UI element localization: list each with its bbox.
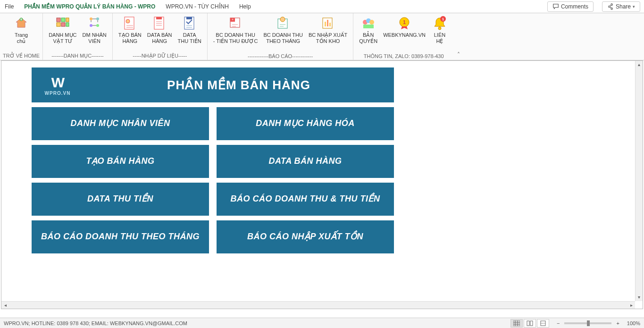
medal-icon: 1 xyxy=(396,15,412,31)
zoom-in-button[interactable]: + xyxy=(614,320,621,326)
ribbon-web-label: WEBKYNANG.VN xyxy=(383,32,426,38)
share-label: Share xyxy=(616,3,631,10)
tiles-grid: DANH MỤC NHÂN VIÊN DANH MỤC HÀNG HÓA TẠO… xyxy=(32,107,394,253)
ribbon-collapse-button[interactable]: ˄ xyxy=(454,13,463,60)
status-text: WPRO.VN; HOTLINE: 0389 978 430; EMAIL: W… xyxy=(4,320,187,326)
tile-bc-doanhthu-thang[interactable]: BÁO CÁO DOANH THU THEO THÁNG xyxy=(32,220,209,253)
ribbon-home-label: Trangchủ xyxy=(15,32,28,44)
tile-data-banhang[interactable]: DATA BÁN HÀNG xyxy=(217,145,394,178)
ribbon-nhanvien-button[interactable]: DM NHÂNVIÊN xyxy=(79,14,109,52)
scroll-left-icon[interactable]: ◂ xyxy=(1,303,9,308)
vertical-scrollbar[interactable]: ▴ ▾ xyxy=(635,61,643,301)
datathu-icon xyxy=(182,15,198,31)
ribbon-group-home: $ Trangchủ TRỞ VỀ HOME xyxy=(0,13,43,60)
scroll-down-icon[interactable]: ▾ xyxy=(636,294,643,301)
svg-point-29 xyxy=(369,20,374,25)
ribbon-home-button[interactable]: $ Trangchủ xyxy=(10,14,33,52)
tile-bc-doanhthu-thutien[interactable]: BÁO CÁO DOANH THU & THU TIỀN xyxy=(217,183,394,216)
menubar: File PHẦN MỀM WPRO QUẢN LÝ BÁN HÀNG - WP… xyxy=(0,0,644,13)
svg-rect-25 xyxy=(327,20,328,26)
home-icon: $ xyxy=(13,15,29,31)
ribbon-datathu-label: DATATHU TIỀN xyxy=(178,32,201,44)
tile-danhmuc-nhanvien[interactable]: DANH MỤC NHÂN VIÊN xyxy=(32,107,209,140)
zoom-slider[interactable] xyxy=(564,322,611,324)
ribbon-taoban-label: TẠO BÁNHÀNG xyxy=(118,32,142,44)
ribbon-web-button[interactable]: 1 WEBKYNANG.VN xyxy=(380,14,428,52)
bell-icon: 1 xyxy=(432,15,448,31)
svg-point-13 xyxy=(126,19,130,23)
tile-tao-banhang[interactable]: TẠO BÁN HÀNG xyxy=(32,145,209,178)
menu-file[interactable]: File xyxy=(4,1,15,12)
svg-point-33 xyxy=(438,27,441,30)
ribbon-group-danhmuc: DANH MỤCVẬT TƯ DM NHÂNVIÊN -------DANH M… xyxy=(43,13,113,60)
banquyen-icon xyxy=(360,15,376,31)
taoban-icon xyxy=(122,15,138,31)
ribbon-bcthang-label: BC DOANH THUTHEO THÁNG xyxy=(263,32,303,44)
svg-text:1: 1 xyxy=(442,17,444,21)
ribbon-lienhe-button[interactable]: 1 LIÊNHỆ xyxy=(428,14,451,52)
ribbon-bcnxt-label: BC NHẬP XUẤTTỒN KHO xyxy=(309,32,347,44)
ribbon-group-nhap: TẠO BÁNHÀNG DATA BÁNHÀNG DATATHU TIỀN --… xyxy=(113,13,208,60)
ribbon-bcthang-button[interactable]: BC DOANH THUTHEO THÁNG xyxy=(260,14,306,52)
ribbon-group-danhmuc-label: -------DANH MỤC------- xyxy=(46,52,109,60)
comments-label: Comments xyxy=(561,3,588,10)
horizontal-scrollbar[interactable]: ◂ ▸ xyxy=(1,301,635,309)
svg-rect-15 xyxy=(156,17,162,19)
ribbon-taoban-button[interactable]: TẠO BÁNHÀNG xyxy=(116,14,144,52)
svg-point-10 xyxy=(90,24,92,27)
page-layout-icon xyxy=(527,320,533,326)
bcthang-icon xyxy=(275,15,291,31)
scroll-up-icon[interactable]: ▴ xyxy=(636,61,643,68)
zoom-control: − + 100% xyxy=(555,320,640,326)
tile-danhmuc-hanghoa[interactable]: DANH MỤC HÀNG HÓA xyxy=(217,107,394,140)
tile-bc-nhapxuatton[interactable]: BÁO CÁO NHẬP XUẤT TỒN xyxy=(217,220,394,253)
ribbon-vattu-button[interactable]: DANH MỤCVẬT TƯ xyxy=(46,14,79,52)
grid-view-icon xyxy=(513,320,520,326)
svg-point-8 xyxy=(90,17,92,20)
ribbon-group-baocao: + BC DOANH THU- TIỀN THU ĐƯỢC BC DOANH T… xyxy=(208,13,354,60)
svg-rect-5 xyxy=(57,23,60,26)
zoom-handle[interactable] xyxy=(587,320,590,326)
ribbon-bcdt-label: BC DOANH THU- TIỀN THU ĐƯỢC xyxy=(213,32,258,44)
tile-data-thutien[interactable]: DATA THU TIỀN xyxy=(32,183,209,216)
ribbon-nhanvien-label: DM NHÂNVIÊN xyxy=(82,32,106,44)
share-button[interactable]: Share ▾ xyxy=(602,1,640,12)
view-page-layout-button[interactable] xyxy=(524,319,536,328)
ribbon-banquyen-button[interactable]: BẢNQUYỀN xyxy=(356,14,380,52)
svg-rect-26 xyxy=(329,23,331,26)
ribbon-datathu-button[interactable]: DATATHU TIỀN xyxy=(175,14,204,52)
databan-icon xyxy=(151,15,167,31)
scroll-right-icon[interactable]: ▸ xyxy=(627,303,635,308)
ribbon-group-home-label: TRỞ VỀ HOME xyxy=(3,52,40,60)
comment-icon xyxy=(552,3,559,10)
ribbon-bcnxt-button[interactable]: BC NHẬP XUẤTTỒN KHO xyxy=(306,14,350,52)
share-icon xyxy=(607,3,614,10)
svg-rect-2 xyxy=(57,18,60,22)
statusbar: WPRO.VN; HOTLINE: 0389 978 430; EMAIL: W… xyxy=(0,318,644,328)
view-pagebreak-button[interactable] xyxy=(537,319,549,328)
svg-rect-38 xyxy=(530,321,533,326)
ribbon-vattu-label: DANH MỤCVẬT TƯ xyxy=(49,32,76,44)
sheet[interactable]: W WPRO.VN PHẦN MỀM BÁN HÀNG DANH MỤC NHÂ… xyxy=(1,61,635,301)
ribbon-group-info-label: THÔNG TIN, ZALO: 0389-978-430 xyxy=(356,52,451,60)
svg-rect-17 xyxy=(186,17,192,19)
view-normal-button[interactable] xyxy=(510,319,523,328)
menu-help[interactable]: Help xyxy=(238,1,252,12)
chevron-down-icon: ▾ xyxy=(633,4,635,9)
ribbon-bcdt-button[interactable]: + BC DOANH THU- TIỀN THU ĐƯỢC xyxy=(210,14,261,52)
banner-title: PHẦN MỀM BÁN HÀNG xyxy=(84,78,394,93)
svg-rect-4 xyxy=(66,18,69,22)
nhanvien-icon xyxy=(86,15,102,31)
svg-rect-24 xyxy=(325,22,326,26)
logo-sub: WPRO.VN xyxy=(45,91,71,96)
ribbon-banquyen-label: BẢNQUYỀN xyxy=(359,32,377,44)
menu-tab-main[interactable]: PHẦN MỀM WPRO QUẢN LÝ BÁN HÀNG - WPRO xyxy=(23,1,156,12)
zoom-value[interactable]: 100% xyxy=(627,320,640,326)
ribbon-databan-button[interactable]: DATA BÁNHÀNG xyxy=(144,14,175,52)
ribbon-lienhe-label: LIÊNHỆ xyxy=(434,32,445,44)
svg-rect-36 xyxy=(513,320,520,326)
svg-text:+: + xyxy=(232,18,234,21)
zoom-out-button[interactable]: − xyxy=(555,320,561,326)
menu-tab-custom[interactable]: WPRO.VN - TÙY CHỈNH xyxy=(165,1,230,12)
comments-button[interactable]: Comments xyxy=(547,1,594,12)
